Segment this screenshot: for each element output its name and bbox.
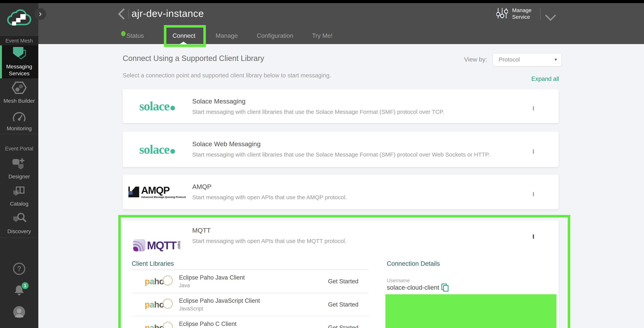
sidebar-item-messaging-services[interactable]: Messaging Services — [0, 45, 38, 78]
tab-connect[interactable]: Connect — [172, 32, 195, 39]
paho-logo: paho — [145, 323, 173, 328]
sidebar-item-designer[interactable]: Designer — [0, 156, 38, 181]
sidebar-divider — [0, 238, 38, 238]
active-indicator-bar — [0, 45, 2, 78]
copy-icon[interactable] — [442, 284, 449, 292]
paho-logo: paho — [145, 277, 173, 286]
avatar-icon — [13, 306, 26, 319]
bell-icon: 1 — [13, 284, 25, 299]
sidebar-item-label: Discovery — [8, 228, 31, 235]
card-solace-web-messaging[interactable]: solace Solace Web Messaging Start messag… — [123, 132, 559, 167]
card-title: MQTT — [192, 227, 211, 234]
paho-bubble-icon — [162, 299, 173, 309]
library-row-javascript: paho Eclipse Paho JavaScript Client Java… — [132, 293, 368, 316]
magnifier-icon — [12, 212, 27, 226]
manage-service-label: Manage Service — [512, 7, 543, 20]
solace-dot-icon — [170, 149, 175, 154]
chevron-down-icon[interactable] — [533, 149, 534, 154]
tab-status[interactable]: Status — [126, 32, 144, 39]
sidebar-item-mesh-builder[interactable]: Mesh Builder — [0, 78, 38, 107]
sidebar-section-event-mesh: Event Mesh — [0, 35, 38, 46]
view-by-label: View by: — [464, 56, 487, 63]
sidebar-item-label: Monitoring — [7, 125, 32, 132]
back-button[interactable] — [118, 8, 129, 19]
annotation-highlight-connection-secret — [386, 294, 556, 328]
client-libraries-heading: Client Libraries — [132, 260, 174, 267]
client-libraries-list: paho Eclipse Paho Java Client Java Get S… — [132, 270, 368, 328]
page-subtitle: Select a connection point and supported … — [123, 72, 331, 79]
card-description: Start messaging with client libraries th… — [192, 109, 444, 115]
library-name: Eclipse Paho C Client — [179, 321, 236, 328]
amqp-mark-icon — [128, 187, 139, 197]
chevron-down-icon[interactable] — [533, 192, 534, 196]
active-tab-caret — [180, 41, 187, 44]
sidebar-item-catalog[interactable]: Catalog — [0, 184, 38, 208]
card-solace-messaging[interactable]: solace Solace Messaging Start messaging … — [123, 89, 559, 123]
cloud-logo-icon — [6, 9, 32, 29]
sidebar-item-discovery[interactable]: Discovery — [0, 211, 38, 236]
help-button[interactable]: ? — [0, 262, 38, 276]
solace-logo: solace — [130, 132, 184, 167]
status-indicator-dot — [121, 31, 126, 36]
card-title: Solace Web Messaging — [192, 140, 261, 148]
expand-all-link[interactable]: Expand all — [531, 75, 559, 82]
manage-service-button[interactable]: Manage Service — [496, 6, 543, 21]
card-title: AMQP — [192, 183, 212, 190]
page-title: Connect Using a Supported Client Library — [123, 54, 264, 63]
connection-details-heading: Connection Details — [387, 260, 440, 267]
chevron-down-icon[interactable] — [533, 106, 534, 111]
paho-bubble-icon — [162, 322, 173, 328]
get-started-link[interactable]: Get Started — [328, 278, 358, 285]
library-name: Eclipse Paho Java Client — [179, 274, 245, 281]
amqp-wordmark: AMQP — [141, 185, 186, 195]
title-divider — [128, 9, 129, 19]
library-language: JavaScript — [179, 306, 203, 312]
library-name: Eclipse Paho JavaScript Client — [179, 297, 260, 304]
get-started-link[interactable]: Get Started — [328, 301, 358, 308]
tab-manage[interactable]: Manage — [216, 32, 238, 39]
notifications-button[interactable]: 1 — [0, 284, 38, 299]
tab-try-me[interactable]: Try Me! — [312, 32, 332, 39]
library-row-java: paho Eclipse Paho Java Client Java Get S… — [132, 270, 368, 293]
view-by-value: Protocol — [499, 53, 520, 66]
service-header: ajr-dev-instance Manage Service Status C… — [38, 3, 644, 44]
mqtt-mark-icon — [133, 239, 146, 251]
solace-cloud-logo — [0, 3, 38, 35]
sidebar-item-label: Designer — [8, 173, 30, 180]
designer-plus-icon — [12, 157, 26, 171]
sidebar: › Event Mesh Messaging Services Mesh Bui… — [0, 3, 38, 328]
gauge-icon — [12, 111, 27, 123]
sidebar-section-event-portal: Event Portal — [0, 146, 38, 152]
sidebar-expand-button[interactable]: › — [34, 8, 46, 20]
amqp-tagline: Advanced Message Queuing Protocol — [141, 196, 186, 199]
card-amqp[interactable]: AMQP Advanced Message Queuing Protocol A… — [123, 175, 559, 209]
service-title: ajr-dev-instance — [132, 8, 204, 19]
question-glyph: ? — [17, 265, 21, 273]
card-mqtt: MQTT .ORG MQTT Start messaging with open… — [123, 220, 559, 328]
chevron-up-icon[interactable] — [533, 234, 534, 239]
solace-logo: solace — [130, 89, 184, 123]
sliders-icon — [496, 6, 508, 21]
card-description: Start messaging with client libraries th… — [192, 151, 490, 158]
user-avatar[interactable] — [0, 306, 38, 319]
paho-logo: paho — [145, 300, 173, 310]
solace-wordmark: solace — [139, 142, 170, 157]
card-title: Solace Messaging — [192, 97, 246, 105]
card-description: Start messaging with open APIs that use … — [192, 194, 347, 201]
shield-icon — [12, 47, 27, 61]
sidebar-item-monitoring[interactable]: Monitoring — [0, 108, 38, 135]
card-description: Start messaging with open APIs that use … — [192, 238, 346, 244]
solace-wordmark: solace — [139, 99, 170, 113]
mqtt-wordmark: MQTT — [147, 239, 176, 252]
paho-bubble-icon — [162, 275, 173, 286]
sidebar-divider — [0, 134, 38, 134]
chevron-right-icon: › — [39, 9, 42, 18]
help-icon: ? — [12, 262, 26, 276]
tab-configuration[interactable]: Configuration — [257, 32, 293, 39]
mqtt-org-suffix: .ORG — [177, 241, 181, 250]
view-by-select[interactable]: Protocol ▾ — [493, 53, 562, 66]
header-divider — [540, 8, 540, 20]
chevron-down-icon[interactable] — [545, 10, 556, 21]
get-started-link[interactable]: Get Started — [328, 324, 358, 328]
solace-dot-icon — [170, 106, 175, 110]
